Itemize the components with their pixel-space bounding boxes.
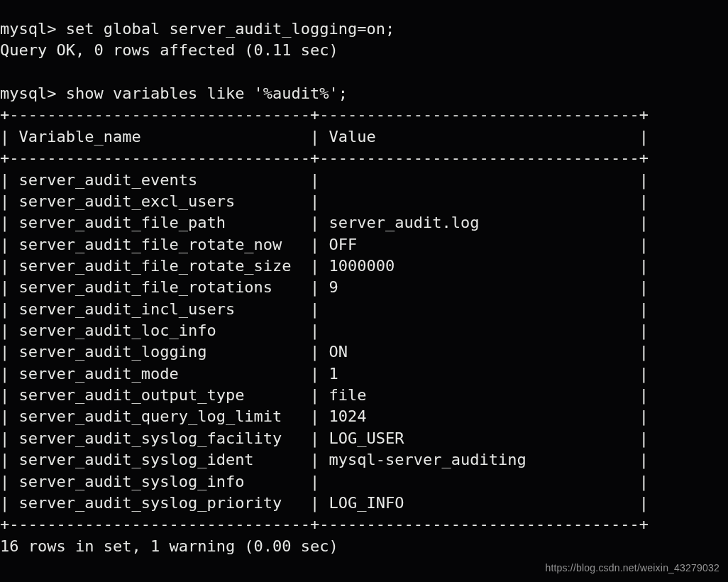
watermark-text: https://blog.csdn.net/weixin_43279032 [545, 561, 719, 575]
terminal-output[interactable]: mysql> set global server_audit_logging=o… [0, 16, 728, 557]
